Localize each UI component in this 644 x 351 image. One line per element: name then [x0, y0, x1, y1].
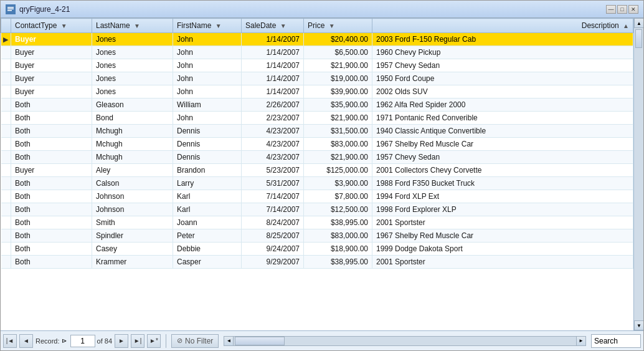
nav-icon: ⊳ — [62, 337, 67, 344]
sort-arrow-lastname: ▼ — [134, 22, 140, 29]
close-button[interactable]: ✕ — [628, 5, 638, 14]
nav-last-button[interactable]: ►| — [131, 334, 144, 348]
nav-prev-button[interactable]: ◄ — [19, 334, 33, 348]
status-bar: |◄ ◄ Record: ⊳ 1 of 84 ► ►| ►* ⊘ No Filt… — [1, 330, 643, 350]
cell-price: $83,000.00 — [304, 138, 372, 151]
cell-description: 2001 Sportster — [372, 216, 633, 229]
table-row[interactable]: BuyerJonesJohn1/14/2007$21,900.001957 Ch… — [1, 59, 633, 72]
table-row[interactable]: BothBondJohn2/23/2007$21,900.001971 Pont… — [1, 112, 633, 125]
cell-lastname: Jones — [92, 85, 173, 99]
scroll-right-button[interactable]: ► — [576, 336, 586, 346]
restore-button[interactable]: □ — [617, 5, 627, 14]
col-header-contacttype[interactable]: ContactType ▼ — [11, 19, 92, 33]
col-header-firstname[interactable]: FirstName ▼ — [173, 19, 242, 33]
table-row[interactable]: BothMchughDennis4/23/2007$31,500.001940 … — [1, 125, 633, 138]
cell-contacttype: Buyer — [11, 33, 92, 46]
cell-contacttype: Both — [11, 256, 92, 269]
cell-contacttype: Both — [11, 125, 92, 138]
window-title: qryFigure_4-21 — [19, 5, 606, 14]
cell-lastname: Bond — [92, 112, 173, 125]
cell-firstname: Dennis — [173, 138, 242, 151]
table-row[interactable]: BothMchughDennis4/23/2007$83,000.001967 … — [1, 138, 633, 151]
table-row[interactable]: BothSpindlerPeter8/25/2007$83,000.001967… — [1, 229, 633, 243]
cell-price: $38,995.00 — [304, 216, 372, 229]
col-header-saledate[interactable]: SaleDate ▼ — [242, 19, 304, 33]
col-header-description[interactable]: Description ▲ — [372, 19, 633, 33]
col-header-lastname[interactable]: LastName ▼ — [92, 19, 173, 33]
cell-lastname: Mchugh — [92, 138, 173, 151]
cell-firstname: Larry — [173, 177, 242, 190]
cell-firstname: Brandon — [173, 164, 242, 177]
table-row[interactable]: BuyerJonesJohn1/14/2007$6,500.001960 Che… — [1, 46, 633, 59]
cell-description: 1950 Ford Coupe — [372, 72, 633, 85]
table-row[interactable]: BothSmithJoann8/24/2007$38,995.002001 Sp… — [1, 216, 633, 229]
minimize-button[interactable]: — — [606, 5, 616, 14]
cell-description: 2002 Olds SUV — [372, 85, 633, 99]
h-scroll-track[interactable] — [234, 336, 576, 346]
cell-price: $3,900.00 — [304, 177, 372, 190]
table-row[interactable]: BuyerJonesJohn1/14/2007$19,000.001950 Fo… — [1, 72, 633, 85]
cell-price: $38,995.00 — [304, 256, 372, 269]
cell-contacttype: Both — [11, 190, 92, 203]
cell-description: 1940 Classic Antique Convertible — [372, 125, 633, 138]
cell-price: $125,000.00 — [304, 164, 372, 177]
row-indicator — [1, 177, 11, 190]
cell-firstname: Peter — [173, 229, 242, 243]
search-box[interactable] — [591, 334, 641, 348]
cell-price: $21,900.00 — [304, 151, 372, 164]
nav-new-button[interactable]: ►* — [147, 334, 161, 348]
nav-next-button[interactable]: ► — [115, 334, 128, 348]
col-header-price[interactable]: Price ▼ — [304, 19, 372, 33]
cell-saledate: 5/31/2007 — [242, 177, 304, 190]
table-row[interactable]: ▶BuyerJonesJohn1/14/2007$20,400.002003 F… — [1, 33, 633, 46]
scroll-down-button[interactable]: ▼ — [634, 320, 643, 330]
cell-contacttype: Buyer — [11, 72, 92, 85]
table-row[interactable]: BuyerAleyBrandon5/23/2007$125,000.002001… — [1, 164, 633, 177]
row-indicator — [1, 125, 11, 138]
scroll-track[interactable] — [634, 28, 643, 320]
cell-description: 1960 Chevy Pickup — [372, 46, 633, 59]
cell-saledate: 1/14/2007 — [242, 33, 304, 46]
cell-contacttype: Both — [11, 151, 92, 164]
row-indicator — [1, 243, 11, 256]
nav-first-button[interactable]: |◄ — [3, 334, 17, 348]
cell-saledate: 1/14/2007 — [242, 85, 304, 99]
scroll-thumb[interactable] — [635, 29, 642, 48]
horizontal-scrollbar[interactable]: ◄ ► — [224, 336, 586, 346]
sort-arrow-price: ▼ — [329, 22, 335, 29]
title-bar: qryFigure_4-21 — □ ✕ — [1, 1, 643, 18]
cell-lastname: Gleason — [92, 99, 173, 112]
table-row[interactable]: BothMchughDennis4/23/2007$21,900.001957 … — [1, 151, 633, 164]
table-row[interactable]: BothKrammerCasper9/29/2007$38,995.002001… — [1, 256, 633, 269]
cell-price: $18,900.00 — [304, 243, 372, 256]
vertical-scrollbar[interactable]: ▲ ▼ — [633, 18, 643, 330]
cell-description: 1999 Dodge Dakota Sport — [372, 243, 633, 256]
cell-lastname: Casey — [92, 243, 173, 256]
cell-firstname: John — [173, 46, 242, 59]
cell-saledate: 7/14/2007 — [242, 203, 304, 216]
table-row[interactable]: BothJohnsonKarl7/14/2007$7,800.001994 Fo… — [1, 190, 633, 203]
row-indicator — [1, 164, 11, 177]
cell-saledate: 7/14/2007 — [242, 190, 304, 203]
search-input[interactable] — [594, 337, 638, 345]
cell-saledate: 1/14/2007 — [242, 46, 304, 59]
record-number[interactable]: 1 — [70, 335, 95, 347]
cell-firstname: John — [173, 72, 242, 85]
table-row[interactable]: BuyerJonesJohn1/14/2007$39,900.002002 Ol… — [1, 85, 633, 99]
cell-lastname: Smith — [92, 216, 173, 229]
scroll-left-button[interactable]: ◄ — [224, 336, 234, 346]
scroll-up-button[interactable]: ▲ — [634, 18, 643, 28]
table-row[interactable]: BothCalsonLarry5/31/2007$3,900.001988 Fo… — [1, 177, 633, 190]
table-row[interactable]: BothJohnsonKarl7/14/2007$12,500.001998 F… — [1, 203, 633, 216]
cell-lastname: Calson — [92, 177, 173, 190]
cell-saledate: 2/26/2007 — [242, 99, 304, 112]
cell-saledate: 9/29/2007 — [242, 256, 304, 269]
cell-description: 2001 Collectors Chevy Corvette — [372, 164, 633, 177]
cell-firstname: Dennis — [173, 125, 242, 138]
filter-button[interactable]: ⊘ No Filter — [171, 334, 219, 348]
cell-contacttype: Both — [11, 177, 92, 190]
table-row[interactable]: BothGleasonWilliam2/26/2007$35,900.00196… — [1, 99, 633, 112]
table-row[interactable]: BothCaseyDebbie9/24/2007$18,900.001999 D… — [1, 243, 633, 256]
filter-icon: ⊘ — [177, 337, 182, 345]
h-scroll-thumb[interactable] — [235, 337, 285, 345]
